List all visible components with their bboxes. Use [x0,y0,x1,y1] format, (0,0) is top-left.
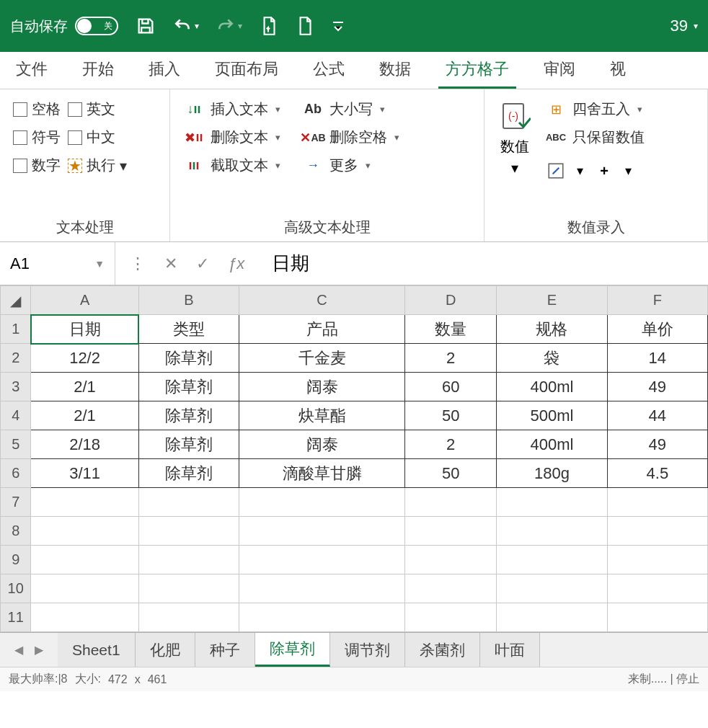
cell-7-A[interactable] [31,488,138,517]
cell-10-A[interactable] [31,574,138,603]
cmd-more[interactable]: →更多▾ [302,156,399,175]
sheet-prev-icon[interactable]: ◀ [14,643,23,657]
cell-11-C[interactable] [239,603,405,632]
formula-input[interactable] [259,242,708,285]
cell-6-C[interactable]: 滴酸草甘膦 [239,459,405,488]
cell-10-E[interactable] [497,574,607,603]
ribbon-tab-8[interactable]: 视 [603,52,633,89]
cell-8-D[interactable] [405,517,497,546]
col-header-A[interactable]: A [31,286,138,315]
row-header-8[interactable]: 8 [1,517,31,546]
cell-4-C[interactable]: 炔草酯 [239,401,405,430]
cell-3-B[interactable]: 除草剂 [138,373,239,401]
name-box[interactable]: A1 ▼ [0,242,115,285]
cell-9-D[interactable] [405,546,497,574]
col-header-F[interactable]: F [607,286,707,315]
ribbon-tab-4[interactable]: 公式 [306,52,352,89]
sheet-tab-2[interactable]: 种子 [195,633,255,667]
cmd-insert-text[interactable]: ↓ıı插入文本▾ [183,99,280,119]
redo-icon[interactable]: ▾ [216,17,242,35]
cb-execute[interactable]: ★执行▾ [68,156,127,175]
cell-7-C[interactable] [239,488,405,517]
sheet-tab-5[interactable]: 杀菌剂 [405,633,480,667]
cell-6-B[interactable]: 除草剂 [138,459,239,488]
cmd-extract-text[interactable]: ııı截取文本▾ [183,156,280,175]
cell-2-A[interactable]: 12/2 [31,344,138,373]
ribbon-tab-3[interactable]: 页面布局 [208,52,286,89]
cell-7-D[interactable] [405,488,497,517]
cell-10-D[interactable] [405,574,497,603]
cell-6-E[interactable]: 180g [497,459,607,488]
row-header-4[interactable]: 4 [1,401,31,430]
doc-icon-2[interactable] [296,15,314,37]
cell-5-B[interactable]: 除草剂 [138,430,239,459]
row-header-1[interactable]: 1 [1,315,31,344]
cell-10-F[interactable] [607,574,707,603]
select-all-corner[interactable]: ◢ [1,286,31,315]
cmd-keep-numeric[interactable]: ABC只保留数值 [545,128,645,147]
cb-number[interactable]: 数字 [13,156,61,175]
ribbon-tab-0[interactable]: 文件 [9,52,55,89]
cell-7-F[interactable] [607,488,707,517]
customize-qat-icon[interactable] [332,20,345,32]
cmd-case[interactable]: Ab大小写▾ [302,99,399,119]
cell-11-B[interactable] [138,603,239,632]
fx-icon[interactable]: ƒx [228,254,244,273]
cell-3-A[interactable]: 2/1 [31,373,138,401]
cell-3-F[interactable]: 49 [607,373,707,401]
accept-icon[interactable]: ✓ [196,254,209,273]
cell-1-D[interactable]: 数量 [405,315,497,344]
plus-icon[interactable]: + [593,160,615,182]
row-header-2[interactable]: 2 [1,344,31,373]
cb-english[interactable]: 英文 [68,99,127,119]
sheet-tab-4[interactable]: 调节剂 [330,633,405,667]
cmd-delete-text[interactable]: ✖ıı删除文本▾ [183,128,280,147]
cell-1-C[interactable]: 产品 [239,315,405,344]
cell-11-A[interactable] [31,603,138,632]
cell-6-D[interactable]: 50 [405,459,497,488]
cell-4-A[interactable]: 2/1 [31,401,138,430]
row-header-9[interactable]: 9 [1,546,31,574]
cell-2-B[interactable]: 除草剂 [138,344,239,373]
row-header-11[interactable]: 11 [1,603,31,632]
doc-icon-1[interactable] [260,15,278,37]
row-header-10[interactable]: 10 [1,574,31,603]
cell-8-B[interactable] [138,517,239,546]
cell-5-E[interactable]: 400ml [497,430,607,459]
cell-7-B[interactable] [138,488,239,517]
sheet-next-icon[interactable]: ▶ [35,643,43,657]
undo-icon[interactable]: ▾ [173,17,199,35]
cell-11-E[interactable] [497,603,607,632]
cell-1-B[interactable]: 类型 [138,315,239,344]
ribbon-tab-6[interactable]: 方方格子 [438,52,516,89]
cell-5-D[interactable]: 2 [405,430,497,459]
cell-8-E[interactable] [497,517,607,546]
cell-8-C[interactable] [239,517,405,546]
col-header-E[interactable]: E [497,286,607,315]
row-header-7[interactable]: 7 [1,488,31,517]
cell-8-F[interactable] [607,517,707,546]
cmd-delete-space[interactable]: ✕AB删除空格▾ [302,128,399,147]
cell-4-B[interactable]: 除草剂 [138,401,239,430]
cell-11-F[interactable] [607,603,707,632]
cell-9-E[interactable] [497,546,607,574]
cell-5-C[interactable]: 阔泰 [239,430,405,459]
spreadsheet-grid[interactable]: ◢ABCDEF1日期类型产品数量规格单价212/2除草剂千金麦2袋1432/1除… [0,285,708,632]
cell-4-E[interactable]: 500ml [497,401,607,430]
cell-4-D[interactable]: 50 [405,401,497,430]
row-header-5[interactable]: 5 [1,430,31,459]
cell-8-A[interactable] [31,517,138,546]
cell-6-A[interactable]: 3/11 [31,459,138,488]
cell-5-F[interactable]: 49 [607,430,707,459]
cell-2-D[interactable]: 2 [405,344,497,373]
cb-space[interactable]: 空格 [13,99,61,119]
cell-11-D[interactable] [405,603,497,632]
cell-2-C[interactable]: 千金麦 [239,344,405,373]
sheet-tab-1[interactable]: 化肥 [136,633,195,667]
cell-9-C[interactable] [239,546,405,574]
cell-3-E[interactable]: 400ml [497,373,607,401]
save-icon[interactable] [136,16,156,36]
row-header-6[interactable]: 6 [1,459,31,488]
cb-symbol[interactable]: 符号 [13,128,61,147]
cell-10-C[interactable] [239,574,405,603]
